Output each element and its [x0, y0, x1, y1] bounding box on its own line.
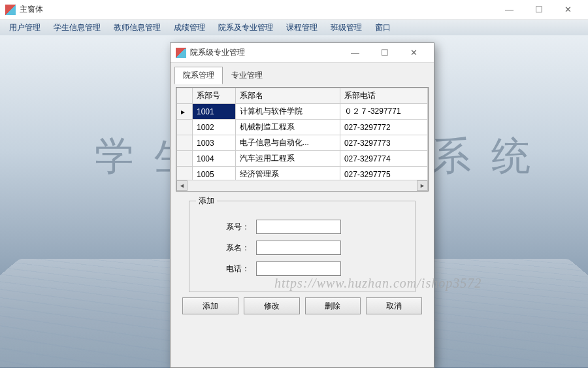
table-row[interactable]: 1004汽车运用工程系027-3297774	[177, 151, 428, 167]
add-group-legend: 添加	[196, 195, 217, 207]
main-window-controls: — ☐ ✕	[495, 0, 583, 20]
delete-button[interactable]: 删除	[305, 297, 361, 314]
cell-dept-no[interactable]: 1005	[193, 167, 236, 180]
dept-name-label: 系名：	[218, 243, 250, 254]
table-row[interactable]: 1003电子信息与自动化...027-3297773	[177, 135, 428, 151]
add-button[interactable]: 添加	[182, 297, 238, 314]
cell-dept-name[interactable]: 经济管理系	[235, 167, 340, 180]
background-text-right: 系 统	[432, 130, 536, 183]
dialog-maximize-button[interactable]: ☐	[370, 43, 399, 63]
menu-user-mgmt[interactable]: 用户管理	[3, 20, 47, 35]
main-maximize-button[interactable]: ☐	[524, 0, 553, 20]
add-groupbox: 添加 系号： 系名： 电话：	[189, 201, 416, 292]
tab-major-mgmt[interactable]: 专业管理	[223, 67, 271, 84]
dept-name-input[interactable]	[256, 241, 341, 255]
tab-dept-mgmt[interactable]: 院系管理	[174, 67, 223, 84]
row-header[interactable]	[177, 120, 193, 135]
dept-grid[interactable]: 系部号 系部名 系部电话 ▸1001计算机与软件学院０２７-3297771100…	[176, 87, 429, 192]
dept-no-input[interactable]	[256, 220, 341, 234]
dialog-button-bar: 添加 修改 删除 取消	[176, 292, 429, 321]
main-window-title: 主窗体	[20, 4, 495, 15]
grid-horizontal-scrollbar[interactable]: ◄ ►	[176, 180, 428, 191]
app-icon	[5, 5, 16, 15]
menu-student-info[interactable]: 学生信息管理	[47, 20, 107, 35]
cell-dept-no[interactable]: 1003	[193, 135, 236, 151]
cell-dept-phone[interactable]: 027-3297774	[340, 151, 427, 167]
modify-button[interactable]: 修改	[244, 297, 300, 314]
cell-dept-phone[interactable]: 027-3297773	[340, 135, 427, 151]
menu-grade-mgmt[interactable]: 成绩管理	[167, 20, 212, 35]
dialog-minimize-button[interactable]: —	[340, 43, 370, 63]
dept-no-label: 系号：	[218, 222, 250, 233]
table-row[interactable]: 1002机械制造工程系027-3297772	[177, 120, 428, 135]
col-dept-phone[interactable]: 系部电话	[340, 88, 427, 104]
menu-class-mgmt[interactable]: 班级管理	[324, 20, 368, 35]
table-row[interactable]: ▸1001计算机与软件学院０２７-3297771	[177, 104, 428, 120]
dept-phone-input[interactable]	[256, 261, 341, 276]
row-header[interactable]: ▸	[177, 104, 193, 120]
main-minimize-button[interactable]: —	[495, 0, 524, 20]
tab-panel-dept: 系部号 系部名 系部电话 ▸1001计算机与软件学院０２７-3297771100…	[171, 84, 434, 367]
dialog-titlebar: 院系级专业管理 — ☐ ✕	[171, 43, 434, 63]
menu-dept-major[interactable]: 院系及专业管理	[212, 20, 280, 35]
dialog-title: 院系级专业管理	[190, 47, 340, 58]
scroll-left-arrow-icon[interactable]: ◄	[176, 180, 188, 191]
dialog-window-controls: — ☐ ✕	[340, 43, 429, 63]
row-header[interactable]	[177, 167, 193, 180]
cell-dept-no[interactable]: 1002	[193, 120, 236, 135]
tab-strip: 院系管理 专业管理	[171, 63, 434, 84]
dept-phone-label: 电话：	[218, 263, 250, 275]
menu-teacher-info[interactable]: 教师信息管理	[107, 20, 167, 35]
cell-dept-name[interactable]: 电子信息与自动化...	[235, 135, 340, 151]
main-close-button[interactable]: ✕	[553, 0, 583, 20]
dialog-icon	[176, 48, 186, 58]
cancel-button[interactable]: 取消	[366, 297, 422, 314]
cell-dept-name[interactable]: 计算机与软件学院	[235, 104, 340, 120]
row-header[interactable]	[177, 135, 193, 151]
dept-major-dialog: 院系级专业管理 — ☐ ✕ 院系管理 专业管理 系部号 系部名 系部电话	[170, 42, 434, 368]
dept-table: 系部号 系部名 系部电话 ▸1001计算机与软件学院０２７-3297771100…	[176, 88, 428, 180]
menu-course-mgmt[interactable]: 课程管理	[280, 20, 324, 35]
cell-dept-name[interactable]: 机械制造工程系	[235, 120, 340, 135]
row-header[interactable]	[177, 151, 193, 167]
cell-dept-name[interactable]: 汽车运用工程系	[235, 151, 340, 167]
col-dept-no[interactable]: 系部号	[193, 88, 236, 104]
row-header-corner	[177, 88, 193, 104]
cell-dept-phone[interactable]: 027-3297772	[340, 120, 427, 135]
dialog-close-button[interactable]: ✕	[399, 43, 429, 63]
scroll-track[interactable]	[188, 180, 417, 191]
main-titlebar: 主窗体 — ☐ ✕	[0, 0, 588, 20]
cell-dept-phone[interactable]: 027-3297775	[340, 167, 427, 180]
table-row[interactable]: 1005经济管理系027-3297775	[177, 167, 428, 180]
col-dept-name[interactable]: 系部名	[235, 88, 340, 104]
cell-dept-phone[interactable]: ０２７-3297771	[340, 104, 427, 120]
menubar: 用户管理 学生信息管理 教师信息管理 成绩管理 院系及专业管理 课程管理 班级管…	[0, 20, 588, 35]
menu-window[interactable]: 窗口	[368, 20, 397, 35]
cell-dept-no[interactable]: 1001	[193, 104, 236, 120]
scroll-right-arrow-icon[interactable]: ►	[417, 180, 428, 191]
cell-dept-no[interactable]: 1004	[193, 151, 236, 167]
